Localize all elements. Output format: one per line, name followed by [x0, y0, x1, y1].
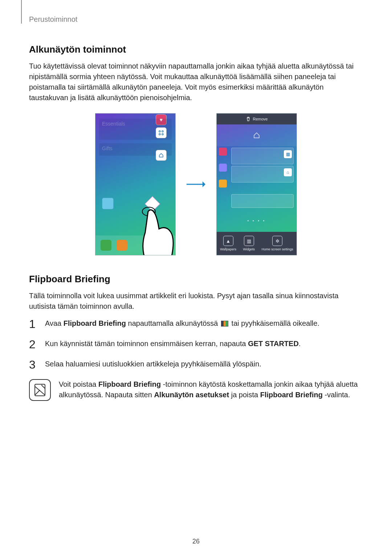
arrow-right-icon	[186, 180, 206, 189]
section-paragraph-flipboard: Tällä toiminnolla voit lukea uusimmat ar…	[29, 291, 363, 312]
phone-icon	[101, 240, 111, 251]
step-number: 2	[29, 338, 38, 350]
widgets-button: ▥ Widgets	[243, 236, 255, 251]
remove-label: Remove	[253, 117, 268, 121]
text: Avaa	[45, 319, 64, 327]
section-title-flipboard: Flipboard Briefing	[29, 274, 363, 285]
dock-bar	[95, 235, 175, 255]
note-block: Voit poistaa Flipboard Briefing -toiminn…	[29, 379, 363, 401]
mini-icons	[219, 148, 228, 188]
text: ja poista	[229, 391, 260, 399]
text-bold: GET STARTED	[248, 340, 299, 348]
app-drawer-icon	[159, 239, 170, 251]
section-paragraph-home: Tuo käytettävissä olevat toiminnot näkyv…	[29, 61, 363, 103]
page-number: 26	[0, 538, 392, 545]
settings-label: Home screen settings	[262, 247, 293, 251]
note-icon	[29, 379, 51, 401]
svg-point-3	[162, 134, 163, 135]
header-rule	[21, 0, 22, 24]
apps-icon	[156, 127, 167, 138]
step-1: 1 Avaa Flipboard Briefing napauttamalla …	[29, 318, 363, 330]
text-bold: Flipboard Briefing	[98, 380, 161, 388]
text: .	[299, 340, 301, 348]
phone-home-screen: ♥ Essentials Gifts	[95, 113, 176, 255]
home-outline-icon	[253, 132, 260, 139]
text: tai pyyhkäisemällä oikealle.	[229, 319, 319, 327]
heart-mini-icon	[219, 148, 227, 156]
panel-card-2: ⌂	[231, 166, 294, 182]
home-icon	[156, 150, 167, 161]
settings-button: ✲ Home screen settings	[262, 236, 293, 251]
section-title-home: Alkunäytön toiminnot	[29, 44, 363, 55]
step-number: 3	[29, 359, 38, 370]
text-bold: Flipboard Briefing	[260, 391, 323, 399]
home-cap-icon: ⌂	[284, 168, 292, 176]
grid-cap-icon: ▦	[284, 150, 292, 158]
text: Kun käynnistät tämän toiminnon ensimmäis…	[45, 340, 248, 348]
step-text: Avaa Flipboard Briefing napauttamalla al…	[45, 318, 319, 329]
settings-icon: ✲	[272, 236, 282, 246]
wallpapers-label: Wallpapers	[220, 247, 236, 251]
text: Voit poistaa	[59, 380, 98, 388]
step-text: Kun käynnistät tämän toiminnon ensimmäis…	[45, 338, 301, 349]
widgets-label: Widgets	[243, 247, 255, 251]
edit-bottom-bar: ▲ Wallpapers ▥ Widgets ✲ Home screen set…	[217, 232, 297, 255]
note-text: Voit poistaa Flipboard Briefing -toiminn…	[59, 379, 363, 400]
text-bold: Alkunäytön asetukset	[154, 391, 229, 399]
home-indicator	[217, 124, 297, 146]
text-bold: Flipboard Briefing	[64, 319, 126, 327]
text: -valinta.	[323, 391, 350, 399]
svg-point-1	[162, 131, 163, 132]
contacts-icon	[117, 240, 127, 251]
wallpapers-button: ▲ Wallpapers	[220, 236, 236, 251]
svg-point-2	[159, 134, 160, 135]
cursor-icon	[145, 196, 160, 212]
remove-bar: Remove	[217, 114, 297, 124]
trash-icon	[246, 116, 251, 122]
flipboard-icon	[221, 321, 228, 327]
panel-card-1: ▦	[231, 148, 294, 164]
svg-point-0	[159, 131, 160, 132]
widgets-icon: ▥	[244, 236, 254, 246]
steps-list: 1 Avaa Flipboard Briefing napauttamalla …	[29, 318, 363, 370]
step-text: Selaa haluamiesi uutisluokkien artikkele…	[45, 359, 261, 369]
step-3: 3 Selaa haluamiesi uutisluokkien artikke…	[29, 359, 363, 370]
folder-icon	[102, 198, 114, 209]
step-number: 1	[29, 318, 38, 330]
page-dots: • • • •	[217, 219, 297, 223]
text: napauttamalla alkunäytössä	[126, 319, 220, 327]
phone-edit-screen: Remove ▦ ⌂ • • • • ▲	[216, 113, 297, 255]
panel-card-3	[231, 194, 294, 208]
running-head: Perustoiminnot	[29, 15, 363, 24]
flag-mini-icon	[219, 180, 227, 188]
sound-mini-icon	[219, 164, 227, 172]
manual-page: Perustoiminnot Alkunäytön toiminnot Tuo …	[0, 0, 392, 554]
wallpapers-icon: ▲	[223, 236, 233, 246]
figure-row: ♥ Essentials Gifts	[29, 113, 363, 255]
step-2: 2 Kun käynnistät tämän toiminnon ensimmä…	[29, 338, 363, 350]
